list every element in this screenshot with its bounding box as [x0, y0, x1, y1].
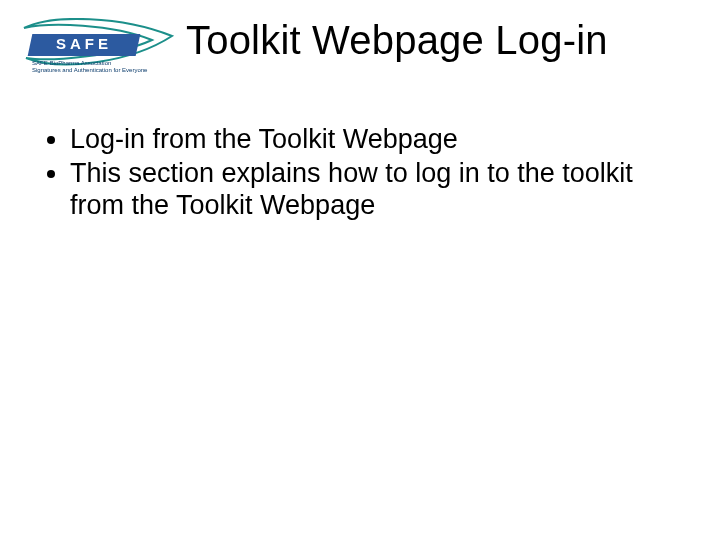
logo-sub-line2: Signatures and Authentication for Everyo…: [32, 67, 147, 74]
safe-logo: SAFE SAFE-BioPharma Association Signatur…: [24, 16, 164, 86]
slide-title: Toolkit Webpage Log-in: [186, 18, 608, 63]
list-item: Log-in from the Toolkit Webpage: [70, 124, 684, 156]
list-item: This section explains how to log in to t…: [70, 158, 684, 222]
logo-subtext: SAFE-BioPharma Association Signatures an…: [32, 60, 147, 74]
bullet-list: Log-in from the Toolkit Webpage This sec…: [36, 124, 684, 222]
slide-body: Log-in from the Toolkit Webpage This sec…: [36, 124, 684, 224]
logo-sub-line1: SAFE-BioPharma Association: [32, 60, 147, 67]
logo-text-main: SAFE: [34, 35, 134, 52]
slide: SAFE SAFE-BioPharma Association Signatur…: [0, 0, 720, 540]
